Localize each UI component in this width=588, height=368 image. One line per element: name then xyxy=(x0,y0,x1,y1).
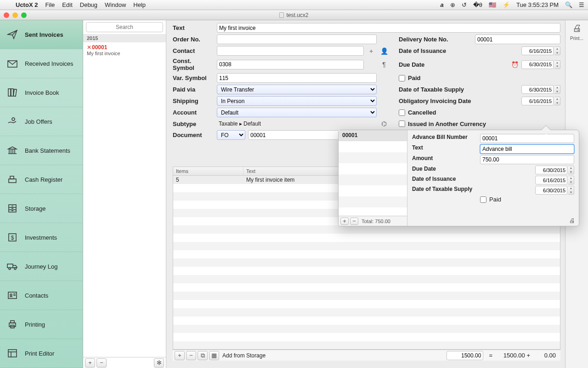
var-field[interactable] xyxy=(217,73,377,83)
othercur-checkbox[interactable] xyxy=(399,121,405,127)
menu-window[interactable]: Window xyxy=(105,1,126,8)
col-items[interactable]: Items xyxy=(173,167,243,175)
taxsupply-stepper[interactable]: ▲▼ xyxy=(554,85,560,94)
add-item-button[interactable]: + xyxy=(175,351,185,360)
settings-button[interactable]: ✻ xyxy=(154,358,164,368)
battery-icon[interactable]: ⚡ xyxy=(503,1,510,8)
alarm-icon[interactable]: ⏰ xyxy=(511,61,519,68)
sidebar-item-contacts[interactable]: Contacts xyxy=(0,281,83,310)
advance-num-field[interactable] xyxy=(480,134,574,143)
sidebar-item-print-editor[interactable]: Print Editor xyxy=(0,339,83,368)
contact-person-icon[interactable]: 👤 xyxy=(379,46,389,56)
copy-item-button[interactable]: ⧉ xyxy=(198,351,208,360)
menu-debug[interactable]: Debug xyxy=(80,1,97,8)
due-field[interactable] xyxy=(521,60,554,69)
sidebar-item-cash-register[interactable]: Cash Register xyxy=(0,165,83,194)
sidebar-item-journey-log[interactable]: Journey Log xyxy=(0,252,83,281)
timemachine-icon[interactable]: ↺ xyxy=(462,1,467,8)
delivery-field[interactable] xyxy=(475,34,560,44)
svg-rect-5 xyxy=(9,179,16,183)
advance-total: 750.00 xyxy=(375,218,390,224)
obligatory-stepper[interactable]: ▲▼ xyxy=(554,97,560,105)
advance-taxsupply-stepper[interactable]: ▲▼ xyxy=(568,186,574,195)
svg-point-12 xyxy=(14,268,16,270)
menu-app[interactable]: UctoX 2 xyxy=(16,1,38,8)
menu-help[interactable]: Help xyxy=(133,1,146,8)
sidebar-item-job-offers[interactable]: Job Offers xyxy=(0,107,83,136)
remove-invoice-button[interactable]: − xyxy=(96,358,107,368)
invoice-number: 00001 xyxy=(92,44,107,51)
cash-register-icon xyxy=(6,173,18,185)
advance-text-field[interactable] xyxy=(480,144,574,154)
sidebar-item-printing[interactable]: Printing xyxy=(0,310,83,339)
shipping-select[interactable]: In Person xyxy=(217,96,377,106)
add-contact-button[interactable]: + xyxy=(367,46,376,56)
advance-due-field[interactable] xyxy=(535,166,567,174)
advance-amount-field[interactable] xyxy=(480,155,574,164)
sync-icon[interactable]: ⊕ xyxy=(450,1,455,8)
sidebar-item-sent-invoices[interactable]: Sent Invoices xyxy=(0,20,83,49)
advance-issuance-field[interactable] xyxy=(535,176,567,184)
add-from-storage[interactable]: Add from Storage xyxy=(222,352,266,359)
notifications-icon[interactable]: ☰ xyxy=(579,1,584,8)
text-field[interactable] xyxy=(217,23,560,33)
wifi-icon[interactable]: �θ xyxy=(473,1,482,8)
advance-print-icon[interactable]: 🖨 xyxy=(569,217,575,224)
sidebar-item-received-invoices[interactable]: Received Invoices xyxy=(0,49,83,78)
obligatory-field[interactable] xyxy=(521,97,554,105)
label-text: Text xyxy=(173,24,214,31)
taxsupply-field[interactable] xyxy=(521,85,554,94)
sidebar-label: Bank Statements xyxy=(25,147,70,154)
search-input[interactable] xyxy=(86,22,163,32)
remove-item-button[interactable]: − xyxy=(186,351,196,360)
due-stepper[interactable]: ▲▼ xyxy=(554,60,560,69)
menu-file[interactable]: File xyxy=(45,1,55,8)
issuance-stepper[interactable]: ▲▼ xyxy=(554,46,560,55)
svg-rect-3 xyxy=(13,89,17,97)
sidebar-item-storage[interactable]: Storage xyxy=(0,194,83,223)
paper-plane-icon xyxy=(6,29,18,40)
advance-paid-checkbox[interactable] xyxy=(480,196,486,203)
issuance-field[interactable] xyxy=(521,46,554,55)
subtype-picker-icon[interactable]: ⌬ xyxy=(379,119,389,128)
pop-label-issuance: Date of Issuance xyxy=(412,176,476,184)
paid-checkbox[interactable] xyxy=(399,75,405,81)
close-window[interactable] xyxy=(4,12,9,18)
grid-item-button[interactable]: ▦ xyxy=(209,351,219,360)
total-input[interactable] xyxy=(447,351,483,360)
print-icon[interactable]: 🖨 xyxy=(565,23,588,36)
advance-taxsupply-field[interactable] xyxy=(535,186,567,195)
paidvia-select[interactable]: Wire Transfer xyxy=(217,85,377,94)
spotlight-icon[interactable]: 🔍 xyxy=(565,1,572,8)
zoom-window[interactable] xyxy=(21,12,27,18)
sidebar: Sent Invoices Received Invoices Invoice … xyxy=(0,20,83,368)
invoice-list-item[interactable]: ✕00001 My first invoice xyxy=(83,42,166,58)
flag-icon[interactable]: 🇺🇸 xyxy=(489,1,496,8)
clock[interactable]: Tue 3:55:23 PM xyxy=(516,1,559,8)
sidebar-item-investments[interactable]: $Investments xyxy=(0,223,83,252)
menubar: UctoX 2 File Edit Debug Window Help a ⊕ … xyxy=(0,0,588,10)
advance-issuance-stepper[interactable]: ▲▼ xyxy=(568,176,574,184)
label-issuance: Date of Issuance xyxy=(399,47,472,54)
label-contact: Contact xyxy=(173,47,214,54)
status-icon[interactable]: a xyxy=(441,1,444,8)
sidebar-item-bank-statements[interactable]: Bank Statements xyxy=(0,136,83,165)
minimize-window[interactable] xyxy=(12,12,18,18)
const-picker-icon[interactable]: ¶ xyxy=(379,60,389,69)
sidebar-label: Storage xyxy=(25,205,46,212)
cancelled-checkbox[interactable] xyxy=(399,109,405,116)
advance-bill-row[interactable]: 00001 xyxy=(339,130,407,141)
advance-due-stepper[interactable]: ▲▼ xyxy=(568,166,574,174)
add-advance-button[interactable]: + xyxy=(340,218,349,225)
const-field[interactable] xyxy=(217,60,364,69)
remove-advance-button[interactable]: − xyxy=(350,218,358,225)
hand-money-icon xyxy=(6,115,18,127)
order-field[interactable] xyxy=(217,34,377,44)
add-invoice-button[interactable]: + xyxy=(85,358,95,368)
account-select[interactable]: Default xyxy=(217,108,377,117)
sidebar-item-invoice-book[interactable]: Invoice Book xyxy=(0,78,83,107)
contact-field[interactable] xyxy=(217,46,364,56)
label-othercur: Issued in Another Currency xyxy=(408,121,486,127)
menu-edit[interactable]: Edit xyxy=(62,1,72,8)
doc-prefix-select[interactable]: FO xyxy=(217,130,245,140)
